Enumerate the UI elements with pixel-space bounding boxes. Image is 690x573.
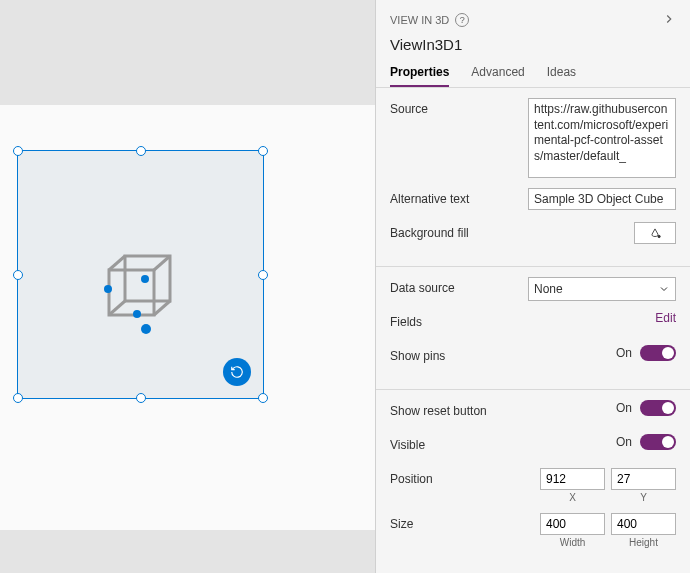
chevron-down-icon <box>658 283 670 295</box>
datasource-select[interactable]: None <box>528 277 676 301</box>
resize-handle-br[interactable] <box>258 393 268 403</box>
fields-label: Fields <box>390 311 422 329</box>
chevron-right-icon[interactable] <box>662 12 676 28</box>
showreset-label: Show reset button <box>390 400 487 418</box>
source-label: Source <box>390 98 428 116</box>
visible-state: On <box>616 435 632 449</box>
showpins-state: On <box>616 346 632 360</box>
help-icon[interactable]: ? <box>455 13 469 27</box>
showreset-toggle[interactable] <box>640 400 676 416</box>
canvas-area[interactable] <box>0 0 375 573</box>
size-h-input[interactable] <box>611 513 676 535</box>
svg-line-4 <box>109 301 125 315</box>
component-name[interactable]: ViewIn3D1 <box>390 36 676 53</box>
fields-edit-link[interactable]: Edit <box>655 311 676 325</box>
bgfill-swatch[interactable] <box>634 222 676 244</box>
size-w-input[interactable] <box>540 513 605 535</box>
svg-line-5 <box>154 301 170 315</box>
tab-advanced[interactable]: Advanced <box>471 65 524 87</box>
visible-label: Visible <box>390 434 425 452</box>
source-input[interactable]: https://raw.githubusercontent.com/micros… <box>528 98 676 178</box>
size-label: Size <box>390 513 413 531</box>
alttext-label: Alternative text <box>390 188 469 206</box>
pin-marker[interactable] <box>141 324 151 334</box>
pin-marker[interactable] <box>141 275 149 283</box>
showreset-state: On <box>616 401 632 415</box>
resize-handle-tc[interactable] <box>136 146 146 156</box>
svg-line-3 <box>154 256 170 270</box>
visible-toggle[interactable] <box>640 434 676 450</box>
position-x-input[interactable] <box>540 468 605 490</box>
resize-handle-bc[interactable] <box>136 393 146 403</box>
resize-handle-lc[interactable] <box>13 270 23 280</box>
position-label: Position <box>390 468 433 486</box>
pin-marker[interactable] <box>133 310 141 318</box>
resize-handle-tl[interactable] <box>13 146 23 156</box>
resize-handle-rc[interactable] <box>258 270 268 280</box>
tab-properties[interactable]: Properties <box>390 65 449 87</box>
svg-line-2 <box>109 256 125 270</box>
showpins-toggle[interactable] <box>640 345 676 361</box>
position-y-input[interactable] <box>611 468 676 490</box>
svg-point-6 <box>658 235 660 237</box>
datasource-label: Data source <box>390 277 455 295</box>
tab-ideas[interactable]: Ideas <box>547 65 576 87</box>
resize-handle-bl[interactable] <box>13 393 23 403</box>
showpins-label: Show pins <box>390 345 445 363</box>
bgfill-label: Background fill <box>390 222 469 240</box>
resize-handle-tr[interactable] <box>258 146 268 156</box>
component-type-label: VIEW IN 3D <box>390 14 449 26</box>
alttext-input[interactable] <box>528 188 676 210</box>
reset-view-button[interactable] <box>223 358 251 386</box>
pin-marker[interactable] <box>104 285 112 293</box>
properties-panel: VIEW IN 3D ? ViewIn3D1 Properties Advanc… <box>375 0 690 573</box>
